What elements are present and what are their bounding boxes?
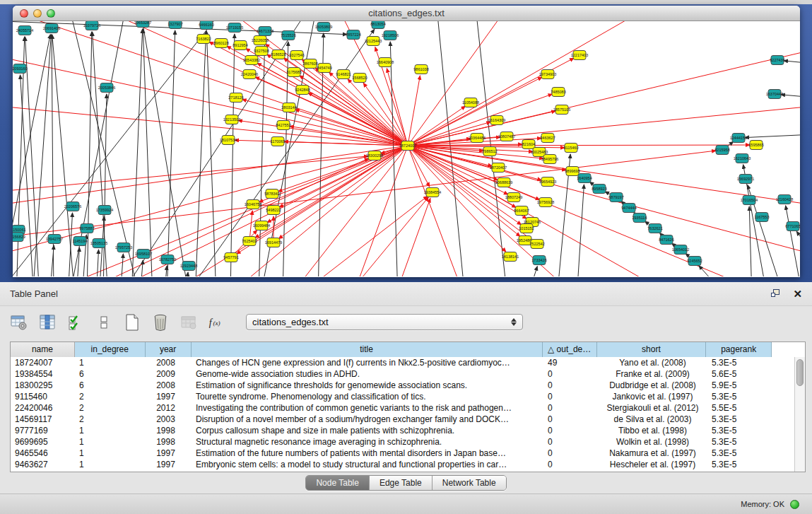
graph-node[interactable]: 19654923 bbox=[539, 177, 556, 187]
graph-node[interactable]: 1327907 bbox=[167, 21, 182, 29]
graph-node[interactable]: 6771065 bbox=[785, 222, 800, 231]
graph-node[interactable]: 16046756 bbox=[245, 200, 261, 209]
graph-node[interactable]: 19734903 bbox=[539, 70, 556, 79]
graph-node[interactable]: 19218506 bbox=[382, 31, 399, 40]
graph-node[interactable]: 8813054 bbox=[370, 21, 385, 29]
graph-node[interactable]: 14671338 bbox=[257, 27, 273, 36]
graph-node[interactable]: 1733426 bbox=[531, 256, 546, 265]
graph-node[interactable]: 821604 bbox=[522, 140, 535, 149]
graph-node[interactable]: 12444158 bbox=[730, 134, 747, 143]
select-all-icon[interactable] bbox=[66, 313, 85, 332]
graph-node[interactable]: 14138141 bbox=[502, 252, 519, 262]
graph-node[interactable]: 11156829 bbox=[13, 233, 25, 242]
vertical-scrollbar[interactable] bbox=[794, 357, 805, 472]
table-row[interactable]: 2242004622012Investigating the contribut… bbox=[11, 402, 805, 414]
graph-node[interactable]: 16164309 bbox=[488, 116, 505, 125]
table-row[interactable]: 969969511998Structural magnetic resonanc… bbox=[11, 436, 805, 448]
graph-node[interactable]: 1640954 bbox=[577, 174, 592, 183]
graph-node[interactable]: 19384554 bbox=[424, 188, 441, 197]
graph-node[interactable]: 8186528 bbox=[271, 50, 286, 59]
graph-node[interactable]: 1145194 bbox=[72, 237, 87, 246]
graph-node[interactable]: 20206576 bbox=[64, 202, 81, 211]
table-row[interactable]: 911546021997Tourette syndrome. Phenomeno… bbox=[11, 391, 805, 402]
unselect-all-icon[interactable] bbox=[95, 313, 113, 332]
graph-node[interactable]: 10688639 bbox=[495, 178, 512, 187]
graph-node[interactable]: 2867608 bbox=[302, 59, 317, 69]
function-builder-icon[interactable]: f(x) bbox=[208, 313, 226, 332]
graph-node[interactable]: 8912954 bbox=[233, 41, 247, 50]
network-view-canvas[interactable]: 1872400771638228960128891295415226058932… bbox=[13, 21, 800, 276]
graph-node[interactable]: 16370448 bbox=[766, 90, 783, 99]
graph-node[interactable]: 1170065 bbox=[270, 137, 285, 146]
graph-node[interactable]: 2718126 bbox=[228, 93, 243, 103]
graph-node[interactable]: 16640908 bbox=[377, 58, 394, 67]
new-column-icon[interactable] bbox=[123, 313, 141, 332]
graph-node[interactable]: 22420046 bbox=[241, 70, 258, 79]
column-header-short[interactable]: short bbox=[597, 342, 707, 357]
graph-node[interactable]: 16543382 bbox=[243, 56, 260, 65]
table-row[interactable]: 1872400712008Changes of HCN gene express… bbox=[11, 357, 805, 368]
graph-node[interactable]: 3175685 bbox=[286, 68, 301, 77]
graph-node[interactable]: 18495796 bbox=[541, 155, 558, 164]
graph-node[interactable]: 17957253 bbox=[115, 243, 132, 252]
graph-node[interactable]: 20053846 bbox=[98, 83, 115, 93]
graph-node[interactable]: 18107534 bbox=[220, 136, 237, 145]
graph-node[interactable]: 7163822 bbox=[196, 35, 211, 44]
tab-network-table[interactable]: Network Table bbox=[433, 476, 506, 490]
graph-node[interactable]: 18807249 bbox=[505, 193, 522, 202]
float-window-icon[interactable] bbox=[771, 289, 782, 299]
tab-node-table[interactable]: Node Table bbox=[306, 476, 370, 490]
graph-node[interactable]: 7857224 bbox=[346, 30, 360, 40]
show-column-icon[interactable] bbox=[38, 313, 57, 332]
graph-node[interactable]: 11054088 bbox=[462, 98, 479, 107]
column-header-title[interactable]: title bbox=[192, 342, 543, 357]
graph-node[interactable]: 10653287 bbox=[134, 21, 151, 28]
graph-node[interactable]: 16914479 bbox=[265, 238, 282, 247]
graph-node[interactable]: 9474444 bbox=[621, 204, 636, 213]
graph-node[interactable]: 9861038 bbox=[413, 65, 428, 74]
graph-node[interactable]: 13213503 bbox=[223, 115, 240, 124]
graph-node[interactable]: 1167553 bbox=[754, 213, 769, 222]
graph-node[interactable]: 16782759 bbox=[159, 255, 176, 264]
graph-node[interactable]: 10654012 bbox=[672, 245, 689, 255]
table-options-icon[interactable] bbox=[10, 313, 28, 332]
tab-edge-table[interactable]: Edge Table bbox=[370, 476, 433, 490]
graph-node[interactable]: 18724007 bbox=[399, 141, 416, 151]
column-header-out-de-[interactable]: △ out_de… bbox=[543, 342, 597, 357]
graph-node[interactable]: 9245652 bbox=[687, 257, 702, 266]
graph-node[interactable]: 13505135 bbox=[90, 239, 107, 248]
table-row[interactable]: 977716911998Corpus callosum shape and si… bbox=[11, 425, 805, 436]
graph-node[interactable]: 6466160 bbox=[199, 21, 213, 30]
close-icon[interactable]: ✕ bbox=[793, 289, 802, 299]
table-row[interactable]: 946554611997Estimation of the future num… bbox=[11, 448, 805, 459]
graph-node[interactable]: 5878342 bbox=[264, 189, 279, 199]
graph-node[interactable]: 9242848 bbox=[295, 86, 310, 95]
graph-node[interactable]: 12125443 bbox=[365, 37, 382, 46]
graph-node[interactable]: 17359924 bbox=[96, 206, 113, 215]
graph-node[interactable]: 8960128 bbox=[213, 39, 228, 48]
graph-node[interactable]: 10379716 bbox=[83, 21, 100, 30]
graph-node[interactable]: 7986512 bbox=[482, 147, 497, 156]
graph-node[interactable]: 18575105 bbox=[553, 105, 570, 115]
graph-node[interactable]: 20364486 bbox=[469, 134, 486, 143]
table-row[interactable]: 1456911722003Disruption of a novel membe… bbox=[11, 414, 805, 425]
graph-node[interactable]: 7522542 bbox=[529, 240, 544, 249]
delete-column-icon[interactable] bbox=[151, 313, 170, 332]
column-header-name[interactable]: name bbox=[11, 342, 75, 357]
column-header-year[interactable]: year bbox=[146, 342, 192, 357]
table-selector-dropdown[interactable]: citations_edges.txt bbox=[246, 314, 523, 330]
graph-node[interactable]: 12923448 bbox=[180, 262, 197, 271]
graph-node[interactable]: 9227436 bbox=[770, 56, 784, 65]
graph-node[interactable]: 20691406 bbox=[43, 24, 60, 33]
graph-node[interactable]: 16210643 bbox=[734, 154, 751, 163]
graph-node[interactable]: 7515526 bbox=[281, 31, 295, 40]
graph-node[interactable]: 2803144 bbox=[281, 103, 296, 112]
graph-node[interactable]: 2093160 bbox=[13, 64, 28, 74]
graph-node[interactable]: 9327546 bbox=[289, 51, 304, 60]
table-row[interactable]: 1938455462009Genome-wide association stu… bbox=[11, 368, 805, 380]
graph-node[interactable]: 24055714 bbox=[16, 26, 33, 35]
graph-node[interactable]: 18300295 bbox=[366, 151, 383, 160]
graph-node[interactable]: 9457791 bbox=[223, 253, 238, 262]
graph-node[interactable]: 10719155 bbox=[226, 23, 243, 33]
graph-node[interactable]: 7632621 bbox=[647, 224, 662, 233]
